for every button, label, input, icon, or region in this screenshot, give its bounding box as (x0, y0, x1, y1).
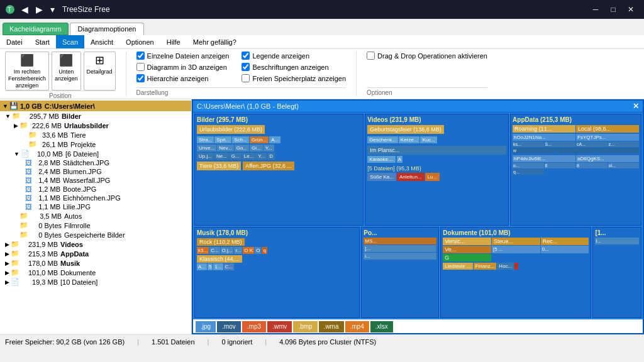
tree-item-projekte[interactable]: ▶ 📁 26,1 MB Projekte (0, 140, 191, 149)
tile-klassisch-sub[interactable]: Klassisch (44,... (197, 255, 242, 263)
legend-mov[interactable]: .mov (217, 321, 241, 332)
tree-item-autos[interactable]: ▶ 📁 3,5 MB Autos (0, 211, 191, 221)
tree-item-10dateien[interactable]: ▶ 📄 19,3 MB [10 Dateien] (0, 277, 191, 287)
tile-extra[interactable]: [1... l... (592, 227, 641, 318)
close-button[interactable]: ✕ (623, 3, 639, 16)
tree-file-stadtchen[interactable]: 🖼 2,8 MB Städtchen.JPG (23, 158, 191, 167)
file-go: Go... (235, 145, 249, 151)
legend-wmv[interactable]: .wmv (267, 321, 292, 332)
menu-mehr[interactable]: Mehr gefällig? (187, 35, 243, 48)
file-icon-boote: 🖼 (25, 185, 32, 193)
tree-root[interactable]: ▼ 💾 1,0 GB C:\Users\Meier\ (0, 101, 191, 111)
folder-icon-10dateien: 📄 (11, 278, 19, 286)
tree-item-urlaubsbilder[interactable]: ▶ 📁 222,6 MB Urlaubsbilder (0, 121, 191, 130)
minimize-button[interactable]: ─ (587, 3, 604, 16)
tile-urlaubsbilder-sub[interactable]: Urlaubsbilder (222,6 MB) (197, 125, 265, 134)
check-einzelne-dateien[interactable]: Einzelne Dateien anzeigen (136, 52, 230, 60)
menu-hilfe[interactable]: Hilfe (160, 35, 187, 48)
bilder-files: Stra... Spri... Sch... Grün... A... (197, 136, 361, 143)
forward-button[interactable]: ▶ (33, 4, 45, 14)
tree-toggle-appdata[interactable]: ▶ (5, 251, 9, 257)
file-icon-lilie: 🖼 (25, 203, 32, 211)
tree-file-lilie[interactable]: 🖼 1,1 MB Lilie.JPG (23, 202, 191, 211)
status-cluster: 4.096 Bytes pro Cluster (NTFS) (279, 338, 376, 346)
legend-mp4[interactable]: .mp4 (345, 321, 369, 332)
tab-kachel[interactable]: Kacheldiagramm (3, 23, 69, 35)
tree-file-blumen[interactable]: 🖼 2,4 MB Blumen.JPG (23, 167, 191, 176)
file-ok: O K (243, 247, 254, 254)
tree-root-toggle[interactable]: ▼ (3, 103, 8, 109)
file-sch: Sch... (232, 136, 248, 143)
tree-item-musik[interactable]: ▶ 📁 178,0 MB Musik (0, 258, 191, 268)
legend-wma[interactable]: .wma (319, 321, 344, 332)
tree-item-gespeicherte[interactable]: ▶ 📁 0 Bytes Gespeicherte Bilder (0, 230, 191, 239)
file-d: D (267, 153, 275, 160)
menu-datei[interactable]: Datei (0, 35, 29, 48)
menu-scan[interactable]: Scan (56, 35, 84, 48)
tab-diagramm[interactable]: Diagrammoptionen (70, 23, 145, 35)
tree-name-eichhoernchen: Eichhörnchen.JPG (63, 194, 121, 202)
tile-videos-title: Videos (231,9 MB) (367, 116, 506, 123)
tree-item-tiere[interactable]: ▶ 📁 33,6 MB Tiere (0, 130, 191, 140)
check-freier-speicher[interactable]: Freien Speicherplatz anzeigen (242, 74, 346, 82)
sub-roaming: Roaming (11... (513, 125, 575, 133)
tree-toggle-urlaubsbilder[interactable]: ▶ (14, 123, 18, 129)
legend-bmp[interactable]: .bmp (293, 321, 317, 332)
tile-geburt-sub[interactable]: Geburtstagsfeier (136,6 MB) (367, 125, 444, 134)
tree-item-dokumente[interactable]: ▶ 📁 101,0 MB Dokumente (0, 268, 191, 277)
tree-toggle-musik[interactable]: ▶ (5, 260, 9, 266)
tile-po[interactable]: Po... MS... [... i... (361, 227, 439, 318)
menu-start[interactable]: Start (29, 35, 56, 48)
tree-toggle-dokumente[interactable]: ▶ (5, 270, 9, 276)
position-bottom-button[interactable]: ⬛ Untenanzeigen (52, 52, 81, 90)
tree-file-wasserfall[interactable]: 🖼 1,4 MB Wasserfall.JPG (23, 176, 191, 185)
tile-appdata[interactable]: AppData (215,3 MB) Roaming (11... Local … (510, 114, 641, 226)
maximize-button[interactable]: □ (605, 3, 621, 16)
folder-icon-6dateien: 📄 (21, 150, 30, 158)
tree-name-musik: Musik (60, 260, 80, 267)
tree-file-boote[interactable]: 🖼 1,2 MB Boote.JPG (23, 185, 191, 194)
ribbon: ⬛ Im rechtenFensterbereichanzeigen ⬛ Unt… (0, 49, 644, 99)
tree-item-bilder[interactable]: ▼ 📁 295,7 MB Bilder (0, 111, 191, 121)
detailgrad-button[interactable]: ⊞ Detailgrad (84, 52, 116, 90)
tile-musik[interactable]: Musik (178,0 MB) Rock (110,2 MB) k3... C… (194, 227, 360, 318)
menu-optionen[interactable]: Optionen (119, 35, 160, 48)
tile-bilder[interactable]: Bilder (295,7 MB) Urlaubsbilder (222,6 M… (194, 114, 364, 226)
tree-toggle-10dateien[interactable]: ▶ (5, 279, 9, 285)
check-hierarchie[interactable]: Hierarchie anzeigen (136, 74, 230, 82)
darstellung-label: Darstellung (136, 87, 346, 96)
tile-dokumente[interactable]: Dokumente (101,0 MB) Versic... Steue... … (440, 227, 591, 318)
legend-xlsx[interactable]: .xlsx (370, 321, 393, 332)
tile-rock-sub[interactable]: Rock (110,2 MB) (197, 238, 245, 246)
position-right-button[interactable]: ⬛ Im rechtenFensterbereichanzeigen (5, 52, 49, 90)
tile-close-icon[interactable]: ✕ (633, 102, 639, 111)
tree-toggle-bilder[interactable]: ▼ (5, 113, 11, 119)
tree-name-lilie: Lilie.JPG (63, 203, 91, 211)
file-icon-blumen: 🖼 (25, 168, 32, 175)
dok-files: Liedtexte ... Finanz... Hoc... (443, 263, 589, 270)
tree-files-group: 🖼 2,8 MB Städtchen.JPG 🖼 2,4 MB Blumen.J… (0, 158, 191, 211)
tree-root-path: C:\Users\Meier\ (45, 102, 95, 110)
legend-mp3[interactable]: .mp3 (242, 321, 266, 332)
tile-tiere-sub[interactable]: Tiere (33,6 MB) (197, 162, 241, 170)
tree-item-filmrolle[interactable]: ▶ 📁 0 Bytes Filmrolle (0, 221, 191, 230)
check-legende[interactable]: Legende anzeigen (242, 52, 346, 60)
check-drag-drop[interactable]: Drag & Drop Operationen aktivieren (367, 52, 487, 60)
tree-toggle-videos[interactable]: ▶ (5, 241, 9, 248)
legend-jpg[interactable]: .jpg (196, 321, 216, 332)
file-a2: A (397, 156, 402, 163)
check-diagramm-3d[interactable]: Diagramm in 3D anzeigen (136, 63, 230, 71)
tile-videos[interactable]: Videos (231,9 MB) Geburtstagsfeier (136,… (365, 114, 509, 226)
menu-ansicht[interactable]: Ansicht (84, 35, 119, 48)
position-right-icon: ⬛ (20, 53, 34, 67)
file-q: q... (513, 169, 543, 175)
back-button[interactable]: ◀ (19, 4, 31, 14)
tree-item-appdata[interactable]: ▶ 📁 215,3 MB AppData (0, 249, 191, 258)
tree-item-videos[interactable]: ▶ 📁 231,9 MB Videos (0, 239, 191, 249)
check-beschriftungen[interactable]: Beschriftungen anzeigen (242, 63, 346, 71)
tree-file-eichhoernchen[interactable]: 🖼 1,1 MB Eichhörnchen.JPG (23, 194, 191, 202)
tree-item-6dateien[interactable]: ▼ 📄 10,0 MB [6 Dateien] (0, 149, 191, 158)
pin-button[interactable]: ▾ (48, 4, 57, 14)
tree-toggle-6dateien[interactable]: ▼ (14, 151, 19, 157)
tile-affen-sub[interactable]: Affen.JPG (32,6 ... (243, 162, 294, 170)
